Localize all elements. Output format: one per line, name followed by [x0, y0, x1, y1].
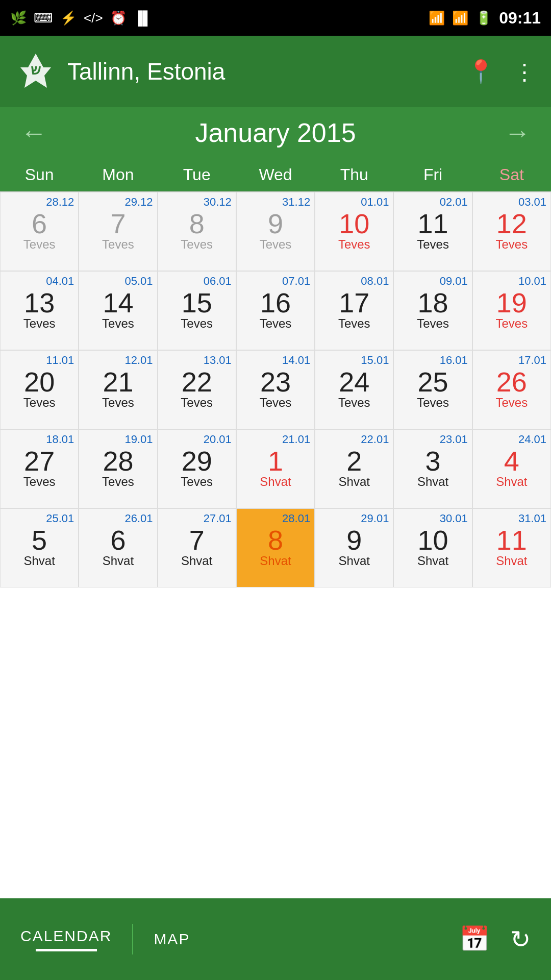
- app-title: Tallinn, Estonia: [67, 58, 225, 85]
- table-row[interactable]: 19.0128Teves: [79, 429, 157, 508]
- table-row[interactable]: 15.0124Teves: [315, 350, 393, 429]
- day-header-sun: Sun: [0, 158, 79, 191]
- header-icons: 📍 ⋮: [467, 58, 536, 85]
- location-icon[interactable]: 📍: [467, 58, 495, 85]
- battery-icon: 🔋: [475, 10, 492, 26]
- table-row[interactable]: 29.019Shvat: [315, 508, 393, 587]
- bottom-bar: CALENDAR MAP 📅 ↻: [0, 898, 551, 980]
- table-row[interactable]: 11.0120Teves: [0, 350, 79, 429]
- table-row[interactable]: 07.0116Teves: [236, 271, 315, 350]
- table-row[interactable]: 30.128Teves: [158, 192, 236, 271]
- status-icons-right: 📶 📶 🔋 09:11: [429, 9, 541, 28]
- status-bar: 🌿 ⌨ ⚡ </> ⏰ ▐▌ 📶 📶 🔋 09:11: [0, 0, 551, 36]
- table-row[interactable]: 04.0113Teves: [0, 271, 79, 350]
- more-options-icon[interactable]: ⋮: [513, 59, 536, 85]
- table-row[interactable]: 05.0114Teves: [79, 271, 157, 350]
- table-row[interactable]: 03.0112Teves: [472, 192, 551, 271]
- bottom-tabs: CALENDAR MAP: [0, 924, 459, 954]
- spacer: [0, 587, 551, 787]
- tab-calendar-underline: [36, 949, 97, 951]
- barcode-icon: ▐▌: [134, 10, 153, 26]
- table-row[interactable]: 12.0121Teves: [79, 350, 157, 429]
- table-row[interactable]: 23.013Shvat: [393, 429, 472, 508]
- next-month-button[interactable]: →: [504, 117, 531, 148]
- table-row[interactable]: 26.016Shvat: [79, 508, 157, 587]
- tab-map-label: MAP: [154, 930, 190, 948]
- table-row[interactable]: 06.0115Teves: [158, 271, 236, 350]
- table-row[interactable]: 01.0110Teves: [315, 192, 393, 271]
- header-left: ש Tallinn, Estonia: [15, 51, 225, 92]
- table-row[interactable]: 14.0123Teves: [236, 350, 315, 429]
- table-row[interactable]: 30.0110Shvat: [393, 508, 472, 587]
- calendar-today-icon[interactable]: 📅: [459, 925, 490, 953]
- table-row[interactable]: 28.126Teves: [0, 192, 79, 271]
- table-row[interactable]: 28.018Shvat: [236, 508, 315, 587]
- table-row[interactable]: 13.0122Teves: [158, 350, 236, 429]
- brackets-icon: </>: [84, 10, 103, 26]
- table-row[interactable]: 22.012Shvat: [315, 429, 393, 508]
- table-row[interactable]: 16.0125Teves: [393, 350, 472, 429]
- usb-icon: ⚡: [60, 10, 77, 26]
- table-row[interactable]: 29.127Teves: [79, 192, 157, 271]
- app-logo-icon: ש: [15, 51, 56, 92]
- bottom-actions: 📅 ↻: [459, 925, 551, 953]
- app-header: ש Tallinn, Estonia 📍 ⋮: [0, 36, 551, 107]
- status-time: 09:11: [499, 9, 541, 28]
- table-row[interactable]: 25.015Shvat: [0, 508, 79, 587]
- leaf-icon: 🌿: [10, 10, 27, 26]
- tab-calendar[interactable]: CALENDAR: [0, 927, 132, 951]
- table-row[interactable]: 31.0111Shvat: [472, 508, 551, 587]
- table-row[interactable]: 31.129Teves: [236, 192, 315, 271]
- clock-icon: ⏰: [110, 10, 127, 26]
- month-title: January 2015: [195, 117, 356, 148]
- table-row[interactable]: 10.0119Teves: [472, 271, 551, 350]
- month-nav: ← January 2015 →: [0, 107, 551, 158]
- day-header-mon: Mon: [79, 158, 157, 191]
- day-header-wed: Wed: [236, 158, 315, 191]
- svg-text:ש: ש: [31, 62, 41, 78]
- table-row[interactable]: 17.0126Teves: [472, 350, 551, 429]
- tab-map[interactable]: MAP: [133, 930, 210, 948]
- signal-icon: 📶: [452, 10, 468, 26]
- table-row[interactable]: 02.0111Teves: [393, 192, 472, 271]
- table-row[interactable]: 27.017Shvat: [158, 508, 236, 587]
- day-header-tue: Tue: [158, 158, 236, 191]
- day-header-thu: Thu: [315, 158, 393, 191]
- prev-month-button[interactable]: ←: [20, 117, 47, 148]
- table-row[interactable]: 09.0118Teves: [393, 271, 472, 350]
- code-icon: ⌨: [34, 10, 53, 26]
- day-header-sat: Sat: [472, 158, 551, 191]
- table-row[interactable]: 20.0129Teves: [158, 429, 236, 508]
- table-row[interactable]: 18.0127Teves: [0, 429, 79, 508]
- day-headers: Sun Mon Tue Wed Thu Fri Sat: [0, 158, 551, 192]
- calendar-grid: 28.126Teves29.127Teves30.128Teves31.129T…: [0, 192, 551, 587]
- table-row[interactable]: 21.011Shvat: [236, 429, 315, 508]
- day-header-fri: Fri: [393, 158, 472, 191]
- status-icons-left: 🌿 ⌨ ⚡ </> ⏰ ▐▌: [10, 10, 152, 26]
- tab-calendar-label: CALENDAR: [20, 927, 112, 945]
- calendar-section: Sun Mon Tue Wed Thu Fri Sat 28.126Teves2…: [0, 158, 551, 587]
- table-row[interactable]: 24.014Shvat: [472, 429, 551, 508]
- wifi-icon: 📶: [429, 10, 445, 26]
- refresh-icon[interactable]: ↻: [510, 925, 531, 953]
- table-row[interactable]: 08.0117Teves: [315, 271, 393, 350]
